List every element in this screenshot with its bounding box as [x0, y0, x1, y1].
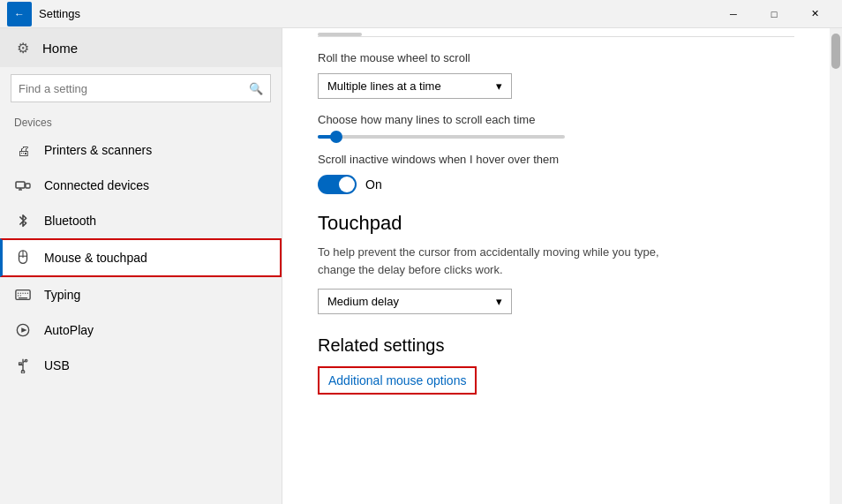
back-button[interactable]: ←	[7, 2, 32, 26]
sidebar-item-connected-devices-label: Connected devices	[44, 178, 149, 192]
printers-icon: 🖨	[14, 141, 32, 159]
scroll-wheel-section: Roll the mouse wheel to scroll Multiple …	[318, 51, 794, 99]
sidebar-item-typing[interactable]: Typing	[0, 277, 282, 312]
sidebar-item-printers-label: Printers & scanners	[44, 143, 152, 157]
sidebar-item-autoplay[interactable]: AutoPlay	[0, 312, 282, 348]
search-icon: 🔍	[249, 82, 263, 95]
typing-icon	[14, 286, 32, 304]
related-settings-heading: Related settings	[318, 335, 794, 356]
titlebar: ← Settings ─ □ ✕	[0, 0, 842, 28]
sidebar-item-printers[interactable]: 🖨 Printers & scanners	[0, 132, 282, 168]
back-icon: ←	[14, 8, 25, 20]
home-icon: ⚙	[14, 39, 32, 56]
sidebar-item-bluetooth[interactable]: Bluetooth	[0, 203, 282, 238]
sidebar: ⚙ Home 🔍 Devices 🖨 Printers & scanners	[0, 28, 282, 504]
connected-devices-icon	[14, 177, 32, 194]
svg-rect-0	[16, 182, 25, 188]
additional-mouse-options-link[interactable]: Additional mouse options	[318, 366, 477, 395]
scroll-inactive-toggle[interactable]	[318, 175, 357, 194]
sidebar-item-mouse-touchpad[interactable]: Mouse & touchpad	[0, 238, 282, 277]
main-layout: ⚙ Home 🔍 Devices 🖨 Printers & scanners	[0, 28, 842, 504]
related-settings-section: Related settings Additional mouse option…	[318, 335, 794, 395]
sidebar-item-usb-label: USB	[44, 358, 70, 372]
close-icon: ✕	[811, 8, 819, 19]
scroll-inactive-section: Scroll inactive windows when I hover ove…	[318, 153, 794, 194]
scroll-slider-container	[318, 135, 794, 139]
search-box[interactable]: 🔍	[11, 74, 271, 102]
restore-icon: □	[771, 9, 778, 19]
scroll-wheel-label: Roll the mouse wheel to scroll	[318, 51, 794, 64]
titlebar-title: Settings	[39, 7, 80, 20]
scroll-slider-track	[318, 135, 565, 139]
touchpad-dropdown[interactable]: Medium delay ▾	[318, 289, 512, 314]
toggle-row: On	[318, 175, 794, 194]
content-area: Roll the mouse wheel to scroll Multiple …	[282, 28, 830, 504]
mouse-touchpad-icon	[14, 249, 32, 267]
lines-scroll-section: Choose how many lines to scroll each tim…	[318, 113, 794, 139]
touchpad-heading: Touchpad	[318, 212, 794, 235]
autoplay-icon	[14, 321, 32, 339]
touchpad-desc: To help prevent the cursor from accident…	[318, 244, 688, 278]
close-button[interactable]: ✕	[794, 0, 835, 28]
usb-icon	[14, 357, 32, 374]
sidebar-item-mouse-touchpad-label: Mouse & touchpad	[44, 251, 147, 265]
sidebar-item-usb[interactable]: USB	[0, 348, 282, 383]
toggle-state-label: On	[365, 177, 382, 192]
svg-marker-18	[21, 327, 26, 332]
touchpad-section: Touchpad To help prevent the cursor from…	[318, 212, 794, 314]
minimize-icon: ─	[730, 9, 737, 19]
scroll-dropdown[interactable]: Multiple lines at a time ▾	[318, 73, 512, 99]
minimize-button[interactable]: ─	[713, 0, 754, 28]
svg-rect-1	[26, 184, 30, 188]
search-input[interactable]	[19, 82, 249, 95]
window-controls: ─ □ ✕	[713, 0, 835, 28]
touchpad-dropdown-arrow: ▾	[496, 295, 502, 308]
touchpad-dropdown-value: Medium delay	[327, 295, 399, 308]
scroll-dropdown-value: Multiple lines at a time	[327, 79, 441, 93]
scroll-dropdown-arrow: ▾	[496, 79, 502, 93]
restore-button[interactable]: □	[754, 0, 794, 28]
sidebar-item-connected-devices[interactable]: Connected devices	[0, 168, 282, 203]
scroll-inactive-label: Scroll inactive windows when I hover ove…	[318, 153, 794, 166]
sidebar-item-autoplay-label: AutoPlay	[44, 323, 94, 337]
sidebar-home-label: Home	[42, 41, 78, 56]
sidebar-item-bluetooth-label: Bluetooth	[44, 214, 96, 228]
lines-scroll-label: Choose how many lines to scroll each tim…	[318, 113, 794, 126]
scrollbar[interactable]	[830, 28, 842, 504]
sidebar-item-home[interactable]: ⚙ Home	[0, 28, 282, 67]
scroll-slider-thumb[interactable]	[330, 131, 342, 143]
scrollbar-thumb[interactable]	[831, 34, 840, 69]
bluetooth-icon	[14, 212, 32, 229]
toggle-knob	[339, 177, 355, 192]
sidebar-item-typing-label: Typing	[44, 288, 80, 302]
sidebar-section-label: Devices	[0, 109, 282, 132]
